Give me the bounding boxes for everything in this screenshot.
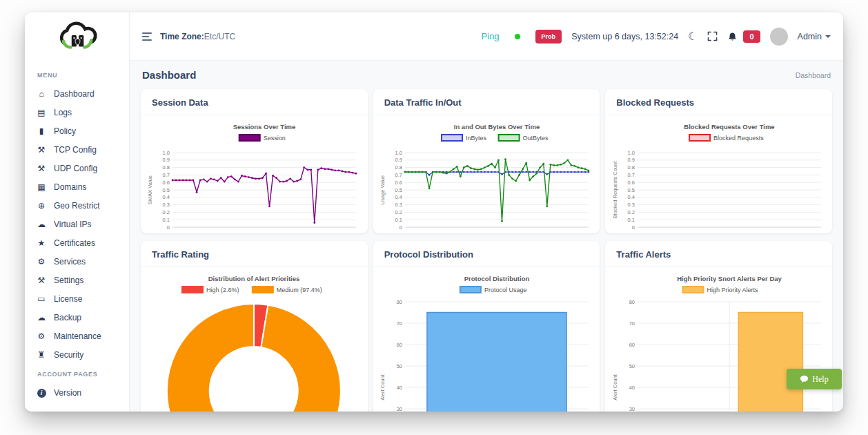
- dark-mode-icon[interactable]: ☾: [688, 31, 698, 42]
- svg-text:0.1: 0.1: [163, 217, 170, 223]
- file-icon: ▤: [36, 108, 47, 117]
- svg-text:0.9: 0.9: [627, 157, 634, 163]
- sidebar-item-label: License: [54, 294, 82, 304]
- sidebar-item-label: Geo Restrict: [54, 201, 100, 211]
- bell-icon[interactable]: [727, 32, 738, 41]
- system-uptime: System up 6 days, 13:52:24: [571, 32, 678, 41]
- gear-icon: ⚙: [36, 258, 47, 266]
- sidebar-item-geo-restrict[interactable]: ⊕ Geo Restrict: [36, 196, 129, 215]
- svg-text:High (2.6%): High (2.6%): [206, 287, 239, 293]
- content-column: Time Zone: Etc/UTC Ping Prob System up 6…: [130, 12, 843, 412]
- sidebar-item-security[interactable]: ♜ Security: [36, 345, 129, 364]
- svg-text:0.7: 0.7: [163, 172, 170, 178]
- sidebar-item-dashboard[interactable]: ⌂ Dashboard: [36, 84, 129, 103]
- card-title: Blocked Requests: [616, 97, 694, 108]
- svg-text:Blocked Requests: Blocked Requests: [713, 135, 764, 142]
- svg-text:0.9: 0.9: [395, 157, 402, 163]
- globe-icon: ⊕: [36, 202, 47, 210]
- svg-text:70: 70: [629, 320, 634, 327]
- svg-text:0.4: 0.4: [163, 194, 170, 200]
- svg-text:70: 70: [397, 320, 402, 327]
- sidebar-item-version[interactable]: i Version: [36, 383, 129, 402]
- card-title: Protocol Distribution: [384, 249, 473, 260]
- prob-badge: Prob: [535, 30, 562, 44]
- svg-text:Blocked Requests Over Time: Blocked Requests Over Time: [684, 123, 774, 130]
- traffic-rating-chart-canvas: Distribution of Alert PrioritiesHigh (2.…: [141, 267, 368, 412]
- svg-text:Session: Session: [264, 135, 286, 142]
- svg-text:0.2: 0.2: [395, 209, 402, 215]
- svg-text:40: 40: [397, 385, 402, 391]
- breadcrumb[interactable]: Dashboard: [796, 71, 831, 79]
- app-logo[interactable]: [25, 12, 129, 61]
- nav-section-account-pages: ACCOUNT PAGES: [37, 371, 129, 378]
- notification-count-badge[interactable]: 0: [743, 30, 760, 43]
- sidebar-item-virtual-ips[interactable]: ☁ Virtual IPs: [36, 215, 129, 233]
- avatar[interactable]: [770, 28, 788, 46]
- svg-text:In and Out Bytes Over Time: In and Out Bytes Over Time: [454, 123, 540, 130]
- info-icon: i: [36, 388, 47, 398]
- svg-text:0.2: 0.2: [163, 209, 170, 215]
- svg-text:80: 80: [397, 299, 402, 305]
- gears-icon: ⚙: [36, 332, 47, 340]
- sidebar-item-label: Domains: [54, 182, 86, 192]
- svg-text:0: 0: [167, 224, 170, 231]
- svg-text:Protocol Usage: Protocol Usage: [484, 287, 527, 293]
- cloud-firewall-logo-icon: [55, 21, 100, 52]
- chevron-down-icon: [825, 35, 831, 38]
- card-title: Traffic Rating: [152, 249, 209, 260]
- help-button-label: Help: [812, 374, 828, 385]
- nav-section-menu: MENU: [37, 72, 129, 79]
- sidebar-item-maintenance[interactable]: ⚙ Maintenance: [36, 327, 129, 345]
- svg-text:0.1: 0.1: [627, 217, 634, 223]
- sidebar-item-label: Logs: [54, 108, 72, 117]
- svg-text:Sessions Over Time: Sessions Over Time: [233, 123, 296, 130]
- ping-link[interactable]: Ping: [482, 31, 500, 41]
- sidebar-item-udp-config[interactable]: ⚒ UDP Config: [36, 159, 129, 177]
- sidebar-item-domains[interactable]: ▦ Domains: [36, 177, 129, 196]
- card-session-data: Session Data Sessions Over TimeSession00…: [141, 89, 368, 233]
- svg-text:0: 0: [632, 224, 635, 231]
- sidebar-item-certificates[interactable]: ★ Certificates: [36, 233, 129, 252]
- topbar: Time Zone: Etc/UTC Ping Prob System up 6…: [130, 12, 843, 61]
- svg-text:0.3: 0.3: [395, 202, 402, 208]
- sidebar-item-license[interactable]: ▭ License: [36, 289, 129, 308]
- award-icon: ★: [36, 239, 47, 247]
- timezone-label: Time Zone:: [160, 32, 204, 41]
- svg-text:0.2: 0.2: [627, 209, 634, 215]
- user-name: Admin: [798, 32, 822, 41]
- svg-text:40: 40: [629, 385, 634, 391]
- sidebar-item-services[interactable]: ⚙ Services: [36, 252, 129, 271]
- page-title: Dashboard: [142, 69, 196, 81]
- chat-bubble-icon: [800, 375, 809, 383]
- svg-text:0.1: 0.1: [395, 217, 402, 223]
- svg-text:1.0: 1.0: [627, 150, 634, 156]
- briefcase-icon: ▮: [36, 127, 47, 135]
- svg-text:60: 60: [629, 342, 634, 348]
- svg-text:0.6: 0.6: [627, 180, 634, 186]
- sidebar-item-tcp-config[interactable]: ⚒ TCP Config: [36, 140, 129, 159]
- svg-text:High Priority Snort Alerts Per: High Priority Snort Alerts Per Day: [677, 275, 782, 282]
- menu-toggle-icon[interactable]: [142, 32, 152, 41]
- sidebar-item-settings[interactable]: ⚒ Settings: [36, 271, 129, 289]
- protocol-distribution-chart-canvas: Protocol DistributionProtocol Usage80706…: [373, 267, 600, 412]
- sidebar-item-backup[interactable]: ☁ Backup: [36, 308, 129, 327]
- svg-text:30: 30: [397, 406, 402, 412]
- user-menu[interactable]: Admin: [798, 32, 831, 41]
- help-button[interactable]: Help: [787, 369, 842, 389]
- fullscreen-icon[interactable]: [707, 31, 718, 41]
- card-data-traffic: Data Traffic In/Out In and Out Bytes Ove…: [373, 89, 600, 233]
- card-blocked-requests: Blocked Requests Blocked Requests Over T…: [605, 89, 832, 233]
- plug-icon: ♜: [36, 351, 47, 359]
- svg-text:0.5: 0.5: [627, 187, 634, 193]
- svg-text:OutBytes: OutBytes: [523, 135, 549, 142]
- svg-text:0.8: 0.8: [627, 164, 634, 171]
- svg-text:Usage Value: Usage Value: [379, 175, 386, 204]
- svg-text:0.3: 0.3: [163, 202, 170, 208]
- sidebar-item-logs[interactable]: ▤ Logs: [36, 103, 129, 122]
- server-icon: ▦: [36, 183, 47, 191]
- status-dot: [515, 34, 520, 39]
- svg-text:0.9: 0.9: [163, 157, 170, 163]
- sidebar-item-policy[interactable]: ▮ Policy: [36, 122, 129, 140]
- card-title: Traffic Alerts: [616, 249, 671, 260]
- svg-text:30: 30: [629, 406, 634, 412]
